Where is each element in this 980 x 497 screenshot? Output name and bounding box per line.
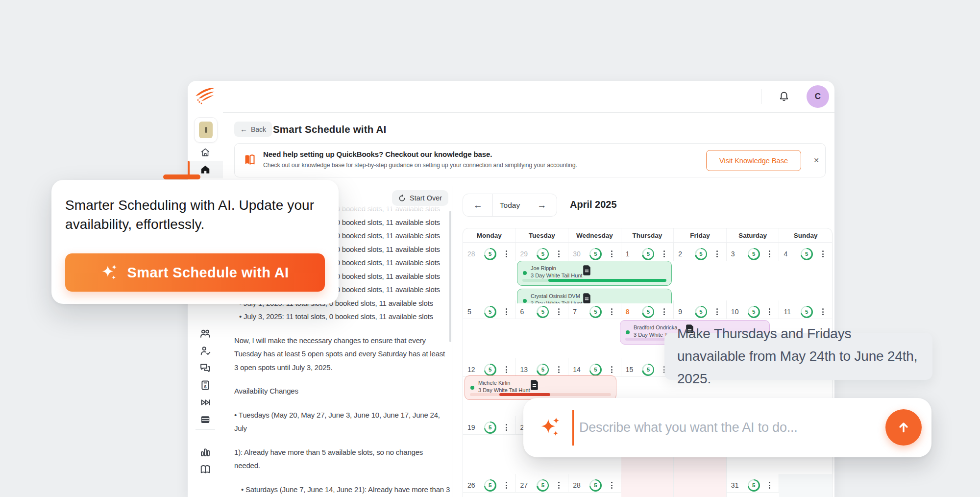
prev-month-button[interactable]: ← [463,194,492,216]
person-check-icon [199,346,211,356]
calendar-cell[interactable]: 275 [516,474,569,493]
cell-menu-kebab-icon[interactable] [504,365,509,374]
cell-menu-kebab-icon[interactable] [662,249,666,259]
slots-badge[interactable]: 5 [589,248,602,260]
cell-menu-kebab-icon[interactable] [557,249,561,259]
smart-schedule-button[interactable]: Smart Schedule with AI [65,253,325,292]
cell-menu-kebab-icon[interactable] [557,307,561,317]
calendar-cell[interactable]: 95 [674,300,727,319]
cell-menu-kebab-icon[interactable] [610,365,614,374]
cell-menu-kebab-icon[interactable] [504,249,509,259]
date-number: 11 [784,308,792,316]
cell-menu-kebab-icon[interactable] [767,307,772,317]
slots-badge[interactable]: 5 [484,248,496,260]
sidebar-item-dashboard[interactable] [188,144,223,161]
sidebar-item-knowledge[interactable] [188,461,223,478]
sidebar-item-guests[interactable] [188,325,223,343]
calendar-cell[interactable]: 35 [727,243,780,261]
slots-badge[interactable]: 5 [589,479,602,492]
slots-badge[interactable]: 5 [537,364,549,376]
cell-menu-kebab-icon[interactable] [662,307,666,317]
next-month-button[interactable]: → [527,194,557,216]
slots-badge[interactable]: 5 [537,248,549,260]
sidebar-item-invoices[interactable]: $ [188,376,223,394]
cell-menu-kebab-icon[interactable] [821,249,825,259]
calendar-cell[interactable]: 195 [463,416,516,435]
banner-close-icon[interactable]: ✕ [811,155,822,166]
today-button[interactable]: Today [492,194,527,216]
ai-input-field[interactable]: Describe what you want the AI to do... [579,398,798,457]
cell-menu-kebab-icon[interactable] [821,307,825,317]
ai-send-button[interactable] [885,409,922,446]
calendar-cell[interactable]: 125 [463,358,516,377]
slots-badge[interactable]: 5 [642,248,654,260]
cell-menu-kebab-icon[interactable] [557,480,561,490]
slots-badge[interactable]: 5 [695,248,707,260]
calendar-cell[interactable]: 15 [621,243,674,261]
slots-badge[interactable]: 5 [484,364,496,376]
calendar-cell[interactable]: 315 [727,474,780,493]
cell-menu-kebab-icon[interactable] [504,422,509,432]
day-header: Monday [463,228,516,242]
slots-badge[interactable]: 5 [748,479,760,492]
sidebar-item-messages[interactable] [188,359,223,377]
slots-badge[interactable]: 5 [484,422,496,434]
sidebar-item-reports[interactable] [188,444,223,461]
slots-badge[interactable]: 5 [748,306,760,318]
cell-menu-kebab-icon[interactable] [767,480,772,490]
brand-logo-icon[interactable] [194,87,217,104]
booking-card-michele-kirlin[interactable]: Michele Kirlin 3 Day White Tail Hunt [465,375,616,400]
cell-menu-kebab-icon[interactable] [715,249,719,259]
booking-card-crystal-osinski[interactable]: Crystal Osinski DVM 3 Day White Tail Hun… [517,289,672,303]
cell-menu-kebab-icon[interactable] [610,480,614,490]
calendar-cell[interactable]: 105 [727,300,780,319]
calendar-cell[interactable]: 25 [674,243,727,261]
slots-badge[interactable]: 5 [484,479,496,492]
slots-badge[interactable]: 5 [642,364,654,376]
slots-badge[interactable]: 5 [537,479,549,492]
slots-badge[interactable]: 5 [748,248,760,260]
slots-badge[interactable]: 5 [537,306,549,318]
slots-badge[interactable]: 5 [642,306,654,318]
document-icon [583,265,591,275]
calendar-cell[interactable]: 285 [568,474,621,493]
cell-menu-kebab-icon[interactable] [610,249,614,259]
avatar[interactable]: C [807,85,829,108]
workspace-switcher[interactable] [194,117,218,143]
calendar-cell[interactable]: 305 [568,243,621,261]
calendar-cell[interactable]: 135 [516,358,569,377]
calendar-cell[interactable]: 145 [568,358,621,377]
cell-menu-kebab-icon[interactable] [504,480,509,490]
cell-menu-kebab-icon[interactable] [715,307,719,317]
calendar-cell[interactable]: 285 [463,243,516,261]
slots-badge[interactable]: 5 [801,248,813,260]
cell-menu-kebab-icon[interactable] [504,307,509,317]
slots-badge[interactable]: 5 [589,364,602,376]
cell-menu-kebab-icon[interactable] [610,307,614,317]
calendar-cell[interactable]: 295 [621,474,674,497]
calendar-cell[interactable]: 115 [779,300,832,319]
slots-badge[interactable]: 5 [801,306,813,318]
calendar-cell[interactable]: 15 [779,474,832,497]
calendar-cell[interactable]: 295 [516,243,569,261]
notifications-bell-icon[interactable] [778,90,790,103]
cell-menu-kebab-icon[interactable] [557,365,561,374]
sidebar-item-tables[interactable] [188,411,223,428]
back-button[interactable]: ← Back [234,122,272,137]
calendar-cell[interactable]: 305 [674,474,727,497]
guest-name: Michele Kirlin [478,380,510,386]
booking-card-joe-rippin[interactable]: Joe Rippin 3 Day White Tail Hunt [517,261,672,286]
calendar-cell[interactable]: 265 [463,474,516,493]
calendar-cell[interactable]: 55 [463,300,516,319]
chat-scrollbar[interactable] [449,211,451,342]
start-over-button[interactable]: Start Over [392,190,448,206]
cell-menu-kebab-icon[interactable] [767,249,772,259]
slots-badge[interactable]: 5 [484,306,496,318]
sidebar-item-leads[interactable] [188,342,223,360]
visit-knowledge-base-button[interactable]: Visit Knowledge Base [706,150,801,171]
calendar-cell[interactable]: 45 [779,243,832,261]
slots-badge[interactable]: 5 [589,306,602,318]
date-number: 26 [467,481,476,489]
sidebar-item-automations[interactable] [188,394,223,411]
slots-badge[interactable]: 5 [695,306,707,318]
